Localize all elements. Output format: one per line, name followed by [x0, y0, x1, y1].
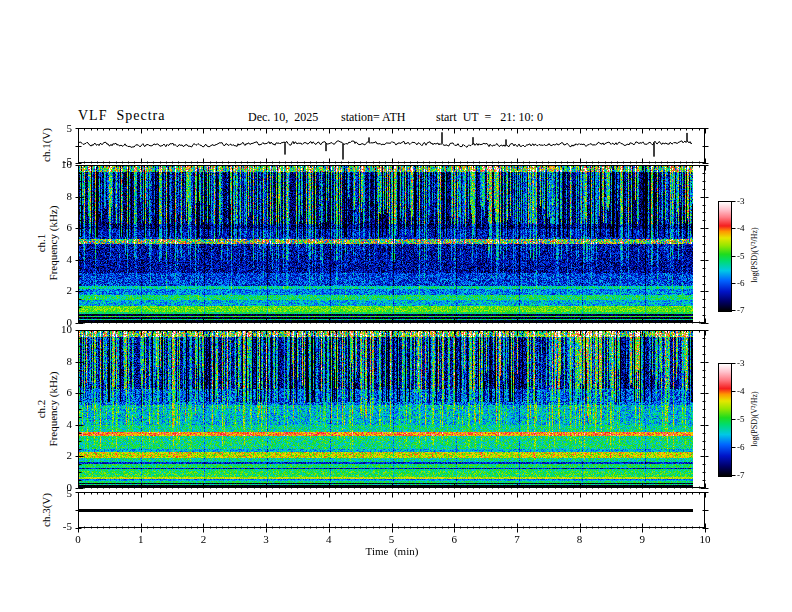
- ch2-spectrogram-canvas: [78, 330, 693, 488]
- x-tick-label: 9: [627, 533, 657, 545]
- start-ut-label: start UT = 21: 10: 0: [436, 110, 543, 125]
- ch2-axis-line2: Frequency (kHz): [47, 372, 59, 447]
- spec1-y-tick-label: 4: [38, 253, 72, 265]
- x-tick-label: 5: [377, 533, 407, 545]
- x-tick-label: 4: [314, 533, 344, 545]
- spec2-y-tick-label: 6: [38, 386, 72, 398]
- ch1-spectrogram-canvas: [78, 165, 693, 323]
- spec2-y-tick-label: 10: [38, 323, 72, 335]
- x-tick-label: 3: [251, 533, 281, 545]
- spec1-y-tick-label: 2: [38, 284, 72, 296]
- colorbar2-tick-label: -4: [737, 386, 757, 396]
- x-tick-label: 10: [690, 533, 720, 545]
- colorbar-ch1: [718, 201, 732, 312]
- wave-y-tick-label: 5: [38, 122, 72, 134]
- spec2-y-tick-label: 4: [38, 418, 72, 430]
- wave-y-tick-label: -5: [38, 155, 72, 167]
- x-tick-label: 6: [439, 533, 469, 545]
- time-axis-label: Time (min): [332, 545, 452, 557]
- ch1-axis-line1: ch.1: [35, 234, 47, 253]
- x-tick-label: 7: [502, 533, 532, 545]
- x-tick-label: 2: [188, 533, 218, 545]
- spec1-y-tick-label: 8: [38, 190, 72, 202]
- colorbar2-tick-label: -7: [737, 470, 757, 480]
- spec2-y-tick-label: 2: [38, 449, 72, 461]
- x-tick-label: 8: [565, 533, 595, 545]
- x-tick-label: 1: [126, 533, 156, 545]
- page-title: VLF Spectra: [78, 108, 165, 124]
- colorbar1-tick-label: -4: [737, 223, 757, 233]
- spec1-y-tick-label: 6: [38, 221, 72, 233]
- colorbar2-tick-label: -6: [737, 442, 757, 452]
- colorbar1-tick-label: -6: [737, 278, 757, 288]
- vlf-spectra-figure: VLF Spectra Dec. 10, 2025 station= ATH s…: [0, 0, 792, 612]
- ch1-waveform-canvas: [78, 128, 693, 163]
- colorbar1-tick-label: -3: [737, 196, 757, 206]
- spec2-y-tick-label: 8: [38, 355, 72, 367]
- colorbar-ch2: [718, 363, 732, 477]
- ch3-y-tick-label: -5: [38, 520, 72, 532]
- ch3v-axis-label: ch.3(V): [40, 450, 52, 570]
- ch1-axis-line2: Frequency (kHz): [47, 206, 59, 281]
- ch3-flatline: [78, 509, 693, 512]
- station-label: station= ATH: [341, 110, 405, 125]
- colorbar2-tick-label: -5: [737, 414, 757, 424]
- date-label: Dec. 10, 2025: [248, 110, 318, 125]
- ch3-y-tick-label: 5: [38, 487, 72, 499]
- colorbar1-tick-label: -5: [737, 251, 757, 261]
- ch2-axis-line1: ch.2: [35, 400, 47, 419]
- x-tick-label: 0: [63, 533, 93, 545]
- colorbar2-tick-label: -3: [737, 358, 757, 368]
- colorbar1-tick-label: -7: [737, 305, 757, 315]
